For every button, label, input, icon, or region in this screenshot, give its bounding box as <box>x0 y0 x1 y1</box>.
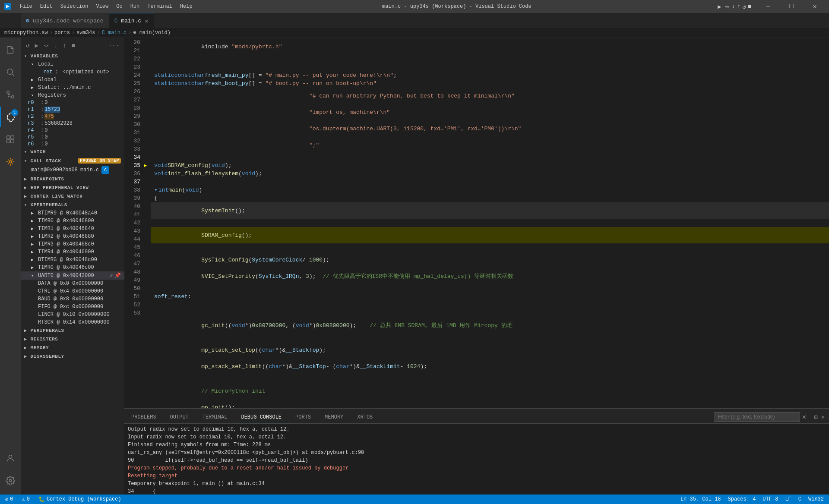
activity-accounts[interactable] <box>0 448 21 469</box>
activity-scm[interactable] <box>0 84 21 105</box>
timr4-item[interactable]: ▶ TIMR4 @ 0x40046900 <box>21 248 124 256</box>
tab-workspace[interactable]: ⚙ upy34s.code-workspace <box>21 13 109 28</box>
uart-baud-item[interactable]: BAUD @ 0x8 0x00000000 <box>21 295 124 303</box>
activity-debug[interactable]: 1 <box>0 107 21 127</box>
breadcrumb-item-1[interactable]: micropython.sw <box>4 30 48 36</box>
tab-debug-console[interactable]: DEBUG CONSOLE <box>234 412 288 423</box>
local-group[interactable]: ▾ Local <box>21 60 124 68</box>
debug-continue[interactable]: ▶ <box>718 3 721 10</box>
tab-problems[interactable]: PROBLEMS <box>124 412 163 423</box>
btimr9-item[interactable]: ▶ BTIMR9 @ 0x40048a40 <box>21 209 124 217</box>
tab-close-button[interactable]: ✕ <box>145 17 148 25</box>
status-eol[interactable]: LF <box>783 496 793 502</box>
call-stack-header[interactable]: ▾ CALL STACK Paused on step <box>21 156 124 165</box>
stop-btn[interactable]: ■ <box>70 41 77 50</box>
uart-ctrl-item[interactable]: CTRL @ 0x4 0x00000000 <box>21 287 124 295</box>
panel-layout-btn[interactable]: ⊞ <box>813 413 818 422</box>
registers-group[interactable]: ▾ Registers <box>21 91 124 99</box>
tab-memory[interactable]: MEMORY <box>318 412 350 423</box>
breadcrumb-item-2[interactable]: ports <box>54 30 70 36</box>
reg-r5[interactable]: r5 : 0 <box>21 134 124 141</box>
uart-fifo-item[interactable]: FIFO @ 0xc 0x00000000 <box>21 303 124 311</box>
panel-close-btn[interactable]: ✕ <box>820 413 826 422</box>
continue-btn[interactable]: ▶ <box>33 41 40 50</box>
status-platform[interactable]: Win32 <box>807 496 826 502</box>
global-group[interactable]: ▶ Global <box>21 76 124 84</box>
uart0-pin-btn[interactable]: 📌 <box>114 272 121 279</box>
step-out-btn[interactable]: ↑ <box>61 41 68 50</box>
maximize-button[interactable]: □ <box>782 0 801 13</box>
uart-data-item[interactable]: DATA @ 0x0 0x00000000 <box>21 280 124 287</box>
activity-search[interactable] <box>0 62 21 82</box>
status-errors[interactable]: ⊘ 0 <box>3 496 15 503</box>
debug-step-into[interactable]: ↓ <box>731 3 735 10</box>
activity-extensions[interactable] <box>0 129 21 150</box>
variables-header[interactable]: ▾ VARIABLES <box>21 52 124 60</box>
menu-selection[interactable]: Selection <box>57 3 92 10</box>
code-lines[interactable]: #include "mods/pybrtc.h" static const ch… <box>151 38 829 408</box>
btimrg-item[interactable]: ▶ BTIMRG @ 0x40048c00 <box>21 256 124 264</box>
status-debug[interactable]: 🐛 Cortex Debug (workspace) <box>37 496 123 503</box>
reg-r3[interactable]: r3 : 536882928 <box>21 120 124 127</box>
status-language[interactable]: C <box>797 496 803 502</box>
status-position[interactable]: Ln 35, Col 18 <box>679 496 723 502</box>
sidebar-scroll[interactable]: ▾ VARIABLES ▾ Local ret : <optimized out… <box>21 52 124 495</box>
memory-header[interactable]: ▶ MEMORY <box>21 343 124 352</box>
tab-terminal[interactable]: TERMINAL <box>196 412 234 423</box>
panel-content[interactable]: Output radix now set to decimal 10, hex … <box>124 424 829 495</box>
menu-help[interactable]: Help <box>177 3 196 10</box>
status-spaces[interactable]: Spaces: 4 <box>726 496 758 502</box>
static-group[interactable]: ▶ Static: ../main.c <box>21 84 124 91</box>
tab-main-c[interactable]: C main.c ✕ <box>109 13 154 28</box>
call-stack-item-main[interactable]: main@0x0002bd08 main.c C <box>21 165 124 175</box>
more-btn[interactable]: ··· <box>107 41 121 50</box>
activity-settings[interactable] <box>0 470 21 491</box>
menu-file[interactable]: File <box>16 3 36 10</box>
esp-peripheral-header[interactable]: ▶ ESP PERIPHERAL VIEW <box>21 183 124 192</box>
uart0-item[interactable]: ▾ UART0 @ 0x40042000 ↺ 📌 <box>21 271 124 280</box>
reg-r1[interactable]: r1 : 15723 <box>21 106 124 113</box>
peripherals-header[interactable]: ▶ PERIPHERALS <box>21 326 124 335</box>
uart-lincr-item[interactable]: LINCR @ 0x10 0x00000000 <box>21 311 124 318</box>
activity-explorer[interactable] <box>0 39 21 60</box>
tab-xrtos[interactable]: XRTOS <box>350 412 380 423</box>
menu-go[interactable]: Go <box>113 3 126 10</box>
timr2-item[interactable]: ▶ TIMR2 @ 0x40046880 <box>21 233 124 240</box>
timrg-item[interactable]: ▶ TIMRG @ 0x40046c00 <box>21 264 124 271</box>
breadcrumb-item-4[interactable]: C main.c <box>102 30 127 36</box>
close-button[interactable]: ✕ <box>805 0 825 13</box>
cortex-live-watch-header[interactable]: ▶ CORTEX LIVE WATCH <box>21 192 124 201</box>
restart-debug-btn[interactable]: ↺ <box>24 41 31 50</box>
debug-step-out[interactable]: ↑ <box>737 3 740 10</box>
xperipherals-header[interactable]: ▾ XPERIPHERALS <box>21 201 124 209</box>
filter-input[interactable] <box>714 412 800 422</box>
status-encoding[interactable]: UTF-8 <box>761 496 780 502</box>
menu-run[interactable]: Run <box>127 3 143 10</box>
minimize-button[interactable]: ─ <box>758 0 778 13</box>
menu-edit[interactable]: Edit <box>37 3 56 10</box>
tab-output[interactable]: OUTPUT <box>163 412 196 423</box>
step-into-btn[interactable]: ↓ <box>52 41 59 50</box>
fold-arrow-33[interactable]: ▾ <box>154 186 158 194</box>
menu-view[interactable]: View <box>92 3 112 10</box>
reg-r4[interactable]: r4 : 0 <box>21 127 124 134</box>
reg-r0[interactable]: r0 : 0 <box>21 99 124 106</box>
reg-r2[interactable]: r2 : 475 <box>21 113 124 120</box>
debug-step-over[interactable]: ⤼ <box>725 3 730 10</box>
timr1-item[interactable]: ▶ TIMR1 @ 0x40046840 <box>21 225 124 233</box>
step-over-btn[interactable]: ⤼ <box>42 41 51 50</box>
disassembly-header[interactable]: ▶ DISASSEMBLY <box>21 352 124 361</box>
filter-clear-btn[interactable]: ✕ <box>802 413 806 421</box>
registers2-header[interactable]: ▶ REGISTERS <box>21 335 124 343</box>
activity-cortex[interactable] <box>0 151 21 172</box>
timr3-item[interactable]: ▶ TIMR3 @ 0x400468c0 <box>21 240 124 248</box>
status-warnings[interactable]: ⚠ 0 <box>20 496 31 503</box>
menu-terminal[interactable]: Terminal <box>144 3 176 10</box>
tab-ports[interactable]: PORTS <box>288 412 318 423</box>
uart-rtscr-item[interactable]: RTSCR @ 0x14 0x00000000 <box>21 318 124 326</box>
ret-variable[interactable]: ret : <optimized out> <box>21 68 124 76</box>
breakpoints-header[interactable]: ▶ BREAKPOINTS <box>21 175 124 183</box>
timr0-item[interactable]: ▶ TIMR0 @ 0x40046800 <box>21 217 124 225</box>
reg-r6[interactable]: r6 : 0 <box>21 141 124 148</box>
breadcrumb-item-5[interactable]: ⊕ main(void) <box>133 29 170 36</box>
